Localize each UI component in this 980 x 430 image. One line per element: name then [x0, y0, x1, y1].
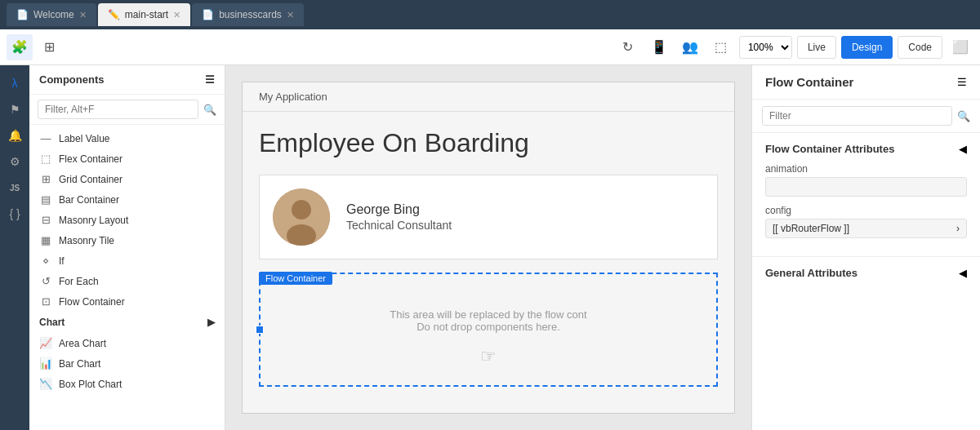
toolbar: 🧩 ⊞ ↻ 📱 👥 ⬚ 100% 75% 50% Live Design Cod… [0, 29, 980, 65]
tab-main-start[interactable]: ✏️ main-start ✕ [98, 3, 190, 26]
canvas-area: My Application Employee On Boarding Geor… [225, 65, 751, 430]
panel-item-label: Masonry Layout [59, 215, 128, 226]
general-attributes-collapse-icon[interactable]: ◀ [959, 267, 967, 279]
flex-container-icon: ⬚ [39, 153, 52, 165]
for-each-icon: ↺ [39, 275, 52, 287]
tab-main-start-icon: ✏️ [108, 9, 120, 20]
attr-config-value[interactable]: [[ vbRouterFlow ]] › [765, 219, 967, 238]
panel-title: Components [39, 73, 104, 86]
code-button[interactable]: Code [898, 36, 942, 59]
zoom-select[interactable]: 100% 75% 50% [739, 36, 792, 59]
panel-item-label: Flow Container [59, 296, 125, 308]
general-attributes-title: General Attributes [765, 267, 858, 279]
flow-resize-handle[interactable] [256, 326, 264, 334]
tab-welcome-icon: 📄 [16, 9, 29, 20]
main-layout: λ ⚑ 🔔 ⚙ JS { } Components ☰ 🔍 — Label Va… [0, 65, 980, 430]
panel-menu-icon[interactable]: ☰ [205, 73, 215, 86]
tab-main-start-label: main-start [125, 9, 168, 20]
avatar [273, 188, 330, 246]
tab-businesscards[interactable]: 📄 businesscards ✕ [192, 3, 304, 26]
masonry-tile-icon: ▦ [39, 234, 52, 246]
chart-section[interactable]: Chart ▶ [29, 312, 225, 333]
panel-list: — Label Value ⬚ Flex Container ⊞ Grid Co… [29, 125, 225, 430]
attributes-collapse-icon[interactable]: ◀ [959, 143, 967, 155]
live-button[interactable]: Live [797, 36, 836, 59]
grid-icon-btn[interactable]: ⊞ [36, 34, 62, 60]
bar-container-icon: ▤ [39, 193, 52, 206]
design-button[interactable]: Design [841, 36, 893, 59]
right-panel-search: 🔍 [752, 100, 980, 133]
canvas-app-header: My Application [243, 82, 734, 112]
right-panel-menu-icon[interactable]: ☰ [957, 76, 967, 88]
attributes-section-title: Flow Container Attributes [765, 143, 894, 155]
panel-search: 🔍 [29, 95, 225, 125]
panel-item-area-chart[interactable]: 📈 Area Chart [29, 333, 225, 353]
sidebar-icon-bell[interactable]: 🔔 [3, 124, 26, 147]
sidebar-icon-gear[interactable]: ⚙ [3, 150, 26, 173]
layout-icon-btn[interactable]: ⬚ [708, 34, 734, 60]
toolbar-right: ↻ 📱 👥 ⬚ 100% 75% 50% Live Design Code ⬜ [615, 34, 973, 60]
panel-item-label-value[interactable]: — Label Value [29, 128, 225, 149]
tab-main-start-close[interactable]: ✕ [173, 10, 180, 20]
toolbar-left: 🧩 ⊞ [7, 34, 62, 60]
panel-item-masonry-layout[interactable]: ⊟ Masonry Layout [29, 210, 225, 230]
attr-config-arrow: › [956, 223, 960, 234]
search-icon: 🔍 [203, 104, 216, 116]
label-value-icon: — [39, 132, 52, 144]
right-panel-search-icon: 🔍 [957, 110, 970, 122]
canvas-content: Employee On Boarding George Bing Technic… [243, 112, 734, 403]
panel-item-label: Label Value [59, 133, 110, 144]
tab-businesscards-close[interactable]: ✕ [287, 10, 294, 20]
puzzle-icon-btn[interactable]: 🧩 [7, 34, 33, 60]
employee-info: George Bing Technical Consultant [346, 202, 452, 232]
right-panel-title: Flow Container [765, 75, 853, 89]
tab-welcome-label: Welcome [33, 9, 74, 20]
attr-config-row: config [[ vbRouterFlow ]] › [765, 205, 967, 238]
tab-businesscards-icon: 📄 [202, 9, 214, 20]
right-panel-search-input[interactable] [762, 106, 952, 126]
refresh-icon-btn[interactable]: ↻ [615, 34, 641, 60]
tab-bar: 📄 Welcome ✕ ✏️ main-start ✕ 📄 businessca… [0, 0, 980, 29]
panel-item-label: Grid Container [59, 174, 122, 185]
panel-item-grid-container[interactable]: ⊞ Grid Container [29, 169, 225, 189]
tab-welcome-close[interactable]: ✕ [79, 10, 87, 20]
sidebar-icon-flag[interactable]: ⚑ [3, 98, 26, 121]
flow-container-attributes-section: Flow Container Attributes ◀ animation co… [752, 133, 980, 257]
general-attributes-header: General Attributes ◀ [765, 267, 967, 279]
employee-role: Technical Consultant [346, 219, 452, 232]
panel-item-box-plot-chart[interactable]: 📉 Box Plot Chart [29, 374, 225, 394]
panel-item-bar-container[interactable]: ▤ Bar Container [29, 189, 225, 210]
attr-animation-value[interactable] [765, 177, 967, 197]
attr-animation-row: animation [765, 163, 967, 197]
search-input[interactable] [38, 100, 198, 119]
panel-item-label: Box Plot Chart [59, 379, 122, 390]
attributes-section-header: Flow Container Attributes ◀ [765, 143, 967, 155]
sidebar-icon-braces[interactable]: { } [3, 202, 26, 225]
attr-animation-label: animation [765, 163, 967, 175]
panel-item-masonry-tile[interactable]: ▦ Masonry Tile [29, 230, 225, 250]
panel-item-label: Bar Container [59, 194, 119, 206]
sidebar-icon-js[interactable]: JS [3, 176, 26, 199]
employee-card: George Bing Technical Consultant [259, 175, 718, 259]
flow-container-icon: ⊡ [39, 295, 52, 308]
panel-item-flex-container[interactable]: ⬚ Flex Container [29, 149, 225, 169]
sidebar-icon-lambda[interactable]: λ [3, 72, 26, 95]
tab-welcome[interactable]: 📄 Welcome ✕ [7, 3, 96, 26]
panel-item-for-each[interactable]: ↺ For Each [29, 271, 225, 291]
box-plot-chart-icon: 📉 [39, 378, 52, 390]
users-icon-btn[interactable]: 👥 [677, 34, 703, 60]
area-chart-icon: 📈 [39, 337, 52, 349]
panel-item-label: Bar Chart [59, 358, 100, 370]
flow-container-box[interactable]: This area will be replaced by the flow c… [259, 273, 718, 387]
flow-container-label: Flow Container [259, 272, 332, 285]
mobile-icon-btn[interactable]: 📱 [646, 34, 672, 60]
panel-item-bar-chart[interactable]: 📊 Bar Chart [29, 353, 225, 374]
if-icon: ⋄ [39, 255, 52, 267]
app-header-text: My Application [259, 91, 327, 103]
panel-item-flow-container[interactable]: ⊡ Flow Container [29, 291, 225, 312]
tab-businesscards-label: businesscards [219, 9, 282, 20]
employee-name: George Bing [346, 202, 452, 217]
sidebar-icons: λ ⚑ 🔔 ⚙ JS { } [0, 65, 29, 430]
expand-icon-btn[interactable]: ⬜ [947, 34, 973, 60]
panel-item-if[interactable]: ⋄ If [29, 250, 225, 271]
